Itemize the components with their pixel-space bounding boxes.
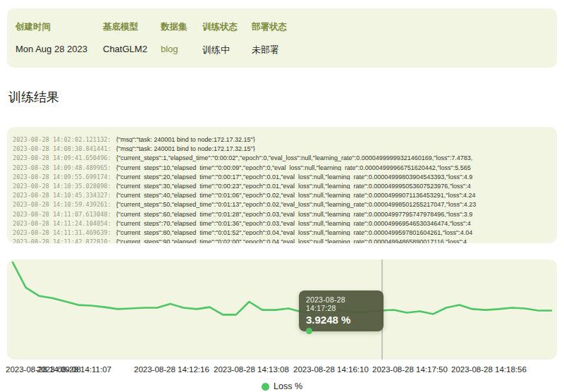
log-timestamp: 2023-08-28 14:08:30.841441:	[13, 145, 111, 152]
log-message: {"current_steps":80,"elapsed_time":"0:01…	[116, 229, 473, 235]
x-axis-tick: 2023-08-28 14:17:50	[372, 365, 448, 374]
field-label: 部署状态	[252, 21, 287, 33]
x-axis-tick: 2023-08-28 14:18:56	[451, 365, 527, 374]
field-value: Mon Aug 28 2023	[16, 44, 103, 54]
header-field-3: 训练状态训练中	[202, 21, 252, 56]
log-message: {"current_steps":20,"elapsed_time":"0:00…	[116, 173, 473, 180]
log-timestamp: 2023-08-28 14:11:24.104054:	[13, 220, 111, 226]
chart-x-axis: 2023-08-28 14:09:082023-08-28 14:11:0720…	[0, 365, 564, 375]
log-timestamp: 2023-08-28 14:11:07.613048:	[13, 211, 111, 217]
log-message: {"msg":"task: 240001 bind to node:172.17…	[116, 145, 255, 152]
log-timestamp: 2023-08-28 14:10:45.334327:	[13, 192, 111, 198]
log-message: {"current_steps":1,"elapsed_time":"0:00:…	[116, 154, 473, 161]
tooltip-loss-value: 3.9248 %	[306, 314, 376, 326]
log-line: 2023-08-28 14:10:45.334327:{"current_ste…	[13, 189, 557, 198]
x-axis-tick: 2023-08-28 14:16:10	[293, 365, 369, 374]
training-detail-page: 创建时间Mon Aug 28 2023基底模型ChatGLM2数据集blog训练…	[0, 8, 564, 392]
field-label: 数据集	[161, 21, 202, 33]
log-timestamp: 2023-08-28 14:11:31.469639:	[13, 229, 111, 235]
log-line: 2023-08-28 14:11:42.872810:{"current_ste…	[13, 235, 557, 243]
log-message: {"current_steps":90,"elapsed_time":"0:02…	[116, 238, 467, 243]
log-line: 2023-08-28 14:10:35.028098:{"current_ste…	[13, 180, 557, 189]
field-label: 基底模型	[103, 21, 161, 33]
header-field-4: 部署状态未部署	[252, 21, 287, 56]
page-title: 训练结果	[8, 89, 564, 106]
log-timestamp: 2023-08-28 14:11:42.872810:	[13, 238, 111, 243]
log-message: {"current_steps":30,"elapsed_time":"0:00…	[116, 183, 471, 189]
x-axis-tick: 2023-08-28 14:13:08	[214, 365, 289, 374]
x-axis-tick: 2023-08-28 14:12:16	[134, 365, 209, 374]
field-value: 训练中	[202, 44, 252, 56]
header-fields: 创建时间Mon Aug 28 2023基底模型ChatGLM2数据集blog训练…	[16, 21, 548, 56]
log-line: 2023-08-28 14:09:48.489965:{"current_ste…	[13, 161, 557, 171]
header-field-1: 基底模型ChatGLM2	[103, 21, 161, 56]
log-timestamp: 2023-08-28 14:10:59.439261:	[13, 201, 111, 207]
log-line: 2023-08-28 14:10:59.439261:{"current_ste…	[13, 198, 557, 207]
log-timestamp: 2023-08-28 14:09:55.699174:	[13, 173, 111, 180]
tooltip-timestamp: 2023-08-28 14:17:28	[306, 295, 376, 312]
chart-tooltip: 2023-08-28 14:17:28 3.9248 %	[299, 290, 384, 331]
header-field-0: 创建时间Mon Aug 28 2023	[16, 21, 103, 56]
log-line: 2023-08-28 14:11:24.104054:{"current_ste…	[13, 217, 557, 226]
legend-dot-icon	[262, 383, 269, 391]
log-message: {"current_steps":40,"elapsed_time":"0:01…	[116, 192, 476, 198]
field-value: ChatGLM2	[103, 44, 161, 54]
log-line: 2023-08-28 14:09:55.699174:{"current_ste…	[13, 171, 557, 180]
log-message: {"current_steps":10,"elapsed_time":"0:00…	[116, 164, 471, 171]
log-line: 2023-08-28 14:11:31.469639:{"current_ste…	[13, 226, 557, 235]
tooltip-series-dot-icon	[306, 328, 312, 334]
log-message: {"current_steps":60,"elapsed_time":"0:01…	[116, 211, 473, 217]
log-timestamp: 2023-08-28 14:10:35.028098:	[13, 183, 111, 189]
header-field-2: 数据集blog	[161, 21, 202, 56]
x-axis-tick: 2023-08-28 14:11:07	[37, 365, 111, 374]
metadata-card: 创建时间Mon Aug 28 2023基底模型ChatGLM2数据集blog训练…	[7, 8, 557, 68]
field-label: 创建时间	[16, 21, 103, 33]
log-line: 2023-08-28 14:09:41.650496:{"current_ste…	[13, 152, 557, 161]
loss-line-chart-canvas[interactable]	[7, 259, 557, 360]
loss-line-svg	[7, 259, 557, 360]
log-message: {"msg":"task: 240001 bind to node:172.17…	[116, 136, 255, 142]
log-line: 2023-08-28 14:11:07.613048:{"current_ste…	[13, 208, 557, 217]
log-message: {"current_steps":50,"elapsed_time":"0:01…	[116, 201, 477, 207]
log-timestamp: 2023-08-28 14:09:48.489965:	[13, 164, 111, 171]
log-timestamp: 2023-08-28 14:02:02.121132:	[13, 136, 111, 142]
loss-chart[interactable]: 2023-08-28 14:17:28 3.9248 %	[7, 259, 557, 360]
log-line: 2023-08-28 14:08:30.841441:{"msg":"task:…	[13, 142, 557, 152]
log-line: 2023-08-28 14:02:02.121132:{"msg":"task:…	[13, 133, 557, 142]
legend-label: Loss %	[274, 381, 302, 391]
log-message: {"current_steps":70,"elapsed_time":"0:01…	[116, 220, 471, 226]
field-label: 训练状态	[202, 21, 252, 33]
field-value: 未部署	[252, 44, 287, 56]
loss-line-series	[13, 262, 551, 314]
log-timestamp: 2023-08-28 14:09:41.650496:	[13, 154, 111, 161]
training-log-console[interactable]: 2023-08-28 14:02:02.121132:{"msg":"task:…	[7, 127, 557, 243]
dataset-link[interactable]: blog	[161, 44, 202, 54]
legend-item-loss[interactable]: Loss %	[262, 381, 302, 391]
chart-legend: Loss %	[0, 381, 564, 391]
